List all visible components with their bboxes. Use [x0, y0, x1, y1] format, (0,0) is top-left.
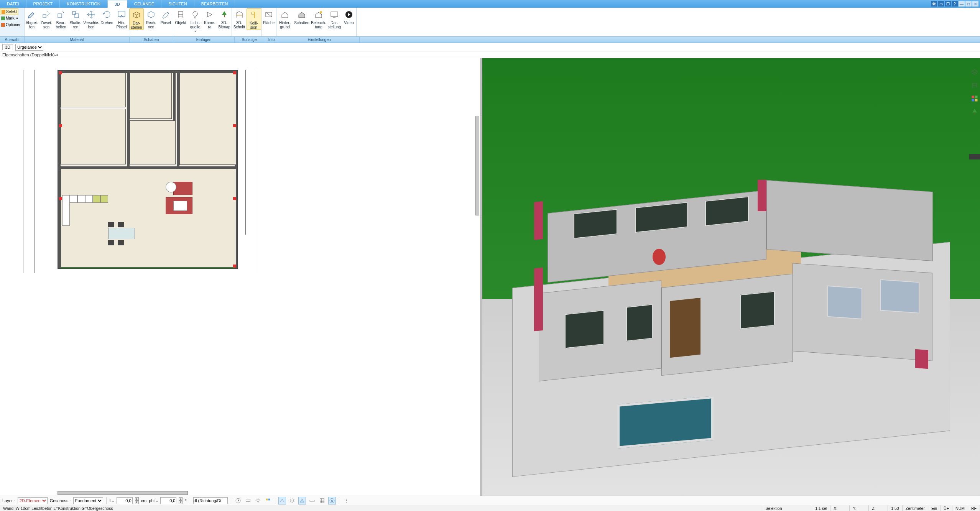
btn-drehen[interactable]: Drehen: [100, 8, 114, 25]
terrain-select[interactable]: Urgelände: [15, 44, 43, 51]
tab-projekt[interactable]: PROJEKT: [26, 0, 60, 8]
btn-beleuchtung[interactable]: Beleuch- tung: [310, 8, 327, 29]
screen2-icon[interactable]: [244, 497, 252, 504]
palette-icon[interactable]: [264, 497, 272, 504]
rotate-icon: [102, 10, 112, 20]
lighting-icon: [313, 10, 324, 20]
close-icon[interactable]: ✕: [972, 1, 978, 7]
btn-3dbitmap[interactable]: 3D- Bitmap: [217, 8, 232, 29]
tools-icon[interactable]: 🛠: [931, 1, 937, 7]
help-icon[interactable]: ?: [952, 1, 958, 7]
tab-bearbeiten[interactable]: BEARBEITEN: [194, 0, 235, 8]
window-icon[interactable]: ❐: [945, 1, 951, 7]
btn-darstellen[interactable]: Dar- stellen: [129, 8, 144, 30]
viewport-2d[interactable]: [0, 58, 480, 496]
tab-sichten[interactable]: SICHTEN: [161, 0, 194, 8]
btn-abgreifen[interactable]: Abgrei- fen: [25, 8, 39, 29]
mark-icon: [1, 16, 5, 20]
svg-rect-1: [58, 14, 62, 18]
btn-hintergrund[interactable]: Hinter- grund: [276, 8, 293, 29]
gear-icon[interactable]: [254, 497, 262, 504]
options-label: Optionen: [6, 23, 21, 27]
mark-tool[interactable]: Mark.▾: [0, 15, 19, 21]
phi-input[interactable]: [160, 497, 176, 504]
tab-konstruktion[interactable]: KONSTRUKTION: [60, 0, 107, 8]
node-marker[interactable]: [233, 265, 236, 268]
move-icon: [86, 10, 97, 20]
layers-icon[interactable]: [970, 68, 979, 77]
status-z: Z:: [869, 505, 888, 511]
north-icon[interactable]: N: [328, 497, 336, 504]
monitor-icon: [329, 10, 340, 20]
tab-datei[interactable]: DATEI: [0, 0, 26, 8]
mark-label: Mark.: [6, 16, 15, 20]
scrollbar-horizontal[interactable]: [58, 491, 188, 495]
l-spinner[interactable]: ▲▼: [135, 497, 139, 504]
btn-flaeche[interactable]: Fläche: [261, 8, 276, 25]
ruler-icon[interactable]: [308, 497, 316, 504]
btn-kamera[interactable]: Kame- ra: [202, 8, 217, 29]
properties-hint[interactable]: Eigenschaften (Doppelklick)->: [2, 53, 58, 57]
node-marker[interactable]: [233, 197, 236, 200]
panel-handle[interactable]: [969, 154, 980, 159]
grouplabel-einfuegen: Einfügen: [173, 37, 235, 43]
btn-video[interactable]: Video: [342, 8, 356, 25]
node-marker[interactable]: [233, 71, 236, 74]
l-input[interactable]: [117, 497, 133, 504]
colors-icon[interactable]: [970, 94, 979, 103]
btn-lichtquelle[interactable]: Licht- quelle▾: [188, 8, 202, 33]
bulb-icon: [190, 10, 201, 20]
grouplabel-auswahl: Auswahl: [0, 37, 25, 43]
node-marker[interactable]: [59, 71, 62, 74]
svg-rect-14: [973, 83, 977, 86]
ribbon-group-labels: Auswahl Material Schatten Einfügen Sonst…: [0, 37, 980, 43]
snap1-icon[interactable]: [278, 497, 286, 504]
node-marker[interactable]: [59, 197, 62, 200]
btn-kollision[interactable]: Kolli- sion: [247, 8, 261, 30]
furniture-icon[interactable]: [970, 81, 979, 90]
tab-gelaende[interactable]: GELÄNDE: [127, 0, 162, 8]
geschoss-select[interactable]: Fundament: [73, 497, 103, 504]
tab-3d[interactable]: 3D: [108, 0, 127, 8]
btn-3dschnitt[interactable]: 3D- Schnitt: [232, 8, 247, 29]
phi-label: phi =: [149, 498, 158, 503]
edit-icon: [56, 10, 66, 20]
tree-icon[interactable]: [970, 107, 979, 116]
building-3d: [512, 154, 950, 470]
layer-select[interactable]: 2D-Elemen: [18, 497, 48, 504]
btn-darstellung[interactable]: Dar- stellung: [327, 8, 342, 29]
viewport-3d[interactable]: [482, 58, 980, 496]
grid-icon[interactable]: [318, 497, 326, 504]
floorplan[interactable]: [58, 70, 238, 269]
minimize-icon[interactable]: —: [959, 1, 965, 7]
svg-rect-0: [43, 15, 46, 18]
btn-hinpinsel[interactable]: Hin. Pinsel: [114, 8, 129, 29]
btn-objekt[interactable]: Objekt: [173, 8, 188, 25]
tree-icon: [219, 10, 230, 20]
more-icon[interactable]: [342, 497, 350, 504]
red-chair-3d: [653, 249, 666, 265]
maximize-icon[interactable]: □: [965, 1, 972, 7]
layers2-icon[interactable]: [288, 497, 296, 504]
btn-rechnen[interactable]: Rech- nen: [144, 8, 158, 29]
snap2-icon[interactable]: [298, 497, 306, 504]
mode-indicator[interactable]: 3D: [2, 44, 13, 50]
phi-unit: °: [185, 498, 186, 503]
scrollbar-vertical[interactable]: [475, 116, 479, 215]
options-tool[interactable]: Optionen: [0, 21, 23, 28]
btn-zuweisen[interactable]: Zuwei- sen: [39, 8, 54, 29]
node-marker[interactable]: [233, 124, 236, 127]
btn-verschieben[interactable]: Verschie- ben: [83, 8, 100, 29]
screen-icon[interactable]: ▭: [938, 1, 944, 7]
btn-pinsel[interactable]: Pinsel: [158, 8, 173, 25]
clock-icon[interactable]: [234, 497, 242, 504]
dl-input[interactable]: [193, 497, 228, 504]
kitchen-counter: [85, 195, 93, 203]
phi-spinner[interactable]: ▲▼: [179, 497, 183, 504]
btn-schatten[interactable]: Schatten: [293, 8, 310, 25]
btn-skalieren[interactable]: Skalie- ren: [68, 8, 83, 29]
select-tool[interactable]: Selekt: [0, 8, 18, 15]
node-marker[interactable]: [59, 124, 62, 127]
btn-bearbeiten[interactable]: Bear- beiten: [54, 8, 68, 29]
chevron-down-icon: ▾: [194, 29, 196, 33]
